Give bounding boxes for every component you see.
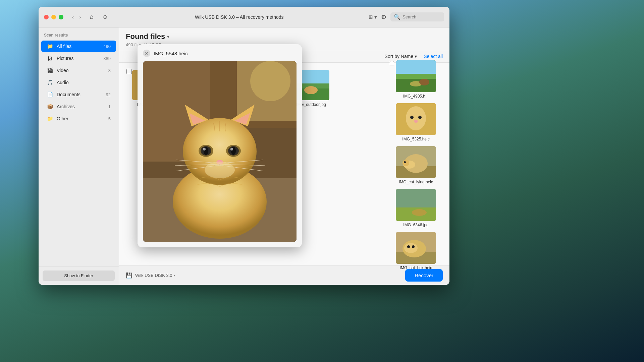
sidebar-count-pictures: 389	[103, 56, 111, 61]
thumbnail-image	[396, 60, 436, 92]
sliders-icon: ⚙	[381, 14, 386, 20]
right-column-files: IMG_4905.h... IMG_5325.heic	[389, 60, 443, 270]
svg-point-26	[250, 61, 290, 101]
archives-icon: 📦	[47, 103, 53, 110]
sort-button[interactable]: Sort by Name ▾	[385, 54, 417, 59]
minimize-button[interactable]	[51, 15, 56, 19]
audio-icon: 🎵	[47, 79, 53, 86]
sidebar-item-other[interactable]: 📁 Other 5	[41, 113, 116, 124]
close-button[interactable]	[44, 15, 49, 19]
recover-button[interactable]: Recover	[405, 269, 443, 282]
nav-buttons: ‹ ›	[70, 13, 83, 21]
pictures-icon: 🖼	[47, 55, 53, 62]
sidebar-label-video: Video	[57, 68, 105, 73]
sidebar-label-other: Other	[57, 116, 105, 121]
svg-point-57	[410, 116, 414, 119]
search-bar[interactable]: 🔍	[390, 12, 444, 21]
file-name: IMG_4905.h...	[403, 94, 429, 99]
list-item[interactable]: IMG_cat_lying.heic	[389, 146, 443, 184]
preview-header: ✕ IMG_5548.heic	[143, 50, 297, 57]
sidebar-item-audio[interactable]: 🎵 Audio	[41, 77, 116, 88]
sort-label: Sort by Name	[385, 54, 414, 59]
list-item[interactable]: IMG_5325.heic	[389, 103, 443, 141]
sidebar-count-archives: 1	[108, 104, 111, 109]
sidebar-item-archives[interactable]: 📦 Archives 1	[41, 101, 116, 112]
disk-name: Wilk USB DISK 3.0	[135, 273, 172, 278]
svg-point-58	[418, 116, 422, 119]
svg-point-56	[406, 106, 426, 130]
file-thumbnail	[396, 60, 436, 92]
svg-point-41	[230, 148, 233, 150]
other-icon: 📁	[47, 115, 53, 122]
sidebar-label-pictures: Pictures	[57, 56, 100, 61]
show-in-finder-button[interactable]: Show in Finder	[43, 270, 115, 281]
svg-point-59	[414, 120, 418, 123]
preview-close-button[interactable]: ✕	[143, 50, 150, 57]
file-thumbnail	[396, 103, 436, 135]
sidebar-count-video: 3	[108, 68, 111, 73]
list-item[interactable]: IMG_4905.h...	[389, 60, 443, 99]
disk-path: Wilk USB DISK 3.0 ›	[135, 273, 175, 278]
found-files-dropdown-icon[interactable]: ▾	[167, 34, 169, 39]
svg-point-21	[304, 86, 318, 94]
sidebar-label-documents: Documents	[57, 92, 103, 97]
svg-point-74	[407, 245, 410, 248]
file-name: IMG_5325.heic	[402, 137, 429, 141]
view-mode-button[interactable]: ⊞ ▾	[369, 14, 377, 20]
thumbnail-image	[396, 103, 436, 135]
list-item[interactable]: IMG_6346.jpg	[389, 189, 443, 227]
svg-point-69	[412, 209, 427, 216]
file-name: IMG_cat_lying.heic	[399, 180, 433, 184]
svg-rect-51	[396, 60, 436, 74]
thumbnail-image	[396, 189, 436, 221]
svg-point-65	[404, 161, 406, 163]
app-window: ‹ › ⌂ ⊙ Wilk USB DISK 3.0 – All recovery…	[39, 7, 449, 285]
svg-point-73	[404, 243, 418, 253]
sidebar-label-all-files: All files	[57, 44, 100, 49]
svg-point-37	[203, 148, 206, 150]
file-thumbnail	[396, 146, 436, 178]
sidebar-item-documents[interactable]: 📄 Documents 92	[41, 89, 116, 100]
chevron-down-icon: ▾	[374, 14, 377, 20]
video-icon: 🎬	[47, 67, 53, 74]
toolbar-right: ⊞ ▾ ⚙ 🔍	[369, 12, 444, 21]
maximize-button[interactable]	[59, 15, 63, 19]
sidebar-item-pictures[interactable]: 🖼 Pictures 389	[41, 53, 116, 64]
home-button[interactable]: ⌂	[87, 13, 96, 21]
preview-filename: IMG_5548.heic	[154, 51, 188, 56]
filter-button[interactable]: ⚙	[381, 13, 386, 21]
scan-results-label: Scan results	[39, 33, 119, 40]
sidebar-footer: Show in Finder	[39, 266, 119, 285]
found-files-title: Found files ▾	[126, 32, 443, 41]
found-files-label: Found files	[126, 32, 165, 41]
sidebar-label-audio: Audio	[57, 80, 107, 85]
sidebar: Scan results 📁 All files 490 🖼 Pictures …	[39, 27, 119, 285]
select-all-button[interactable]: Select all	[424, 54, 443, 59]
title-bar: ‹ › ⌂ ⊙ Wilk USB DISK 3.0 – All recovery…	[39, 7, 449, 27]
search-icon: 🔍	[394, 14, 400, 20]
preview-cat-image	[143, 61, 297, 242]
history-button[interactable]: ⊙	[100, 13, 110, 21]
documents-icon: 📄	[47, 91, 53, 98]
sort-dropdown-icon: ▾	[415, 54, 417, 59]
thumbnail-image	[396, 146, 436, 178]
file-thumbnail	[396, 189, 436, 221]
svg-point-64	[402, 160, 409, 166]
file-name: IMG_cat_box.heic	[400, 265, 432, 270]
preview-image-container	[143, 61, 297, 242]
file-checkbox[interactable]	[126, 69, 132, 74]
window-title: Wilk USB DISK 3.0 – All recovery methods	[114, 14, 365, 20]
back-button[interactable]: ‹	[70, 13, 76, 21]
svg-point-54	[419, 79, 429, 85]
svg-point-49	[205, 162, 235, 178]
list-item[interactable]: IMG_cat_box.heic	[389, 232, 443, 270]
sidebar-item-video[interactable]: 🎬 Video 3	[41, 65, 116, 76]
svg-point-75	[412, 245, 415, 248]
preview-modal: ✕ IMG_5548.heic	[138, 44, 302, 247]
file-checkbox[interactable]	[390, 61, 394, 65]
search-input[interactable]	[402, 14, 441, 19]
grid-view-icon: ⊞	[369, 14, 373, 20]
forward-button[interactable]: ›	[77, 13, 83, 21]
svg-rect-68	[396, 189, 436, 207]
sidebar-item-all-files[interactable]: 📁 All files 490	[41, 41, 116, 52]
